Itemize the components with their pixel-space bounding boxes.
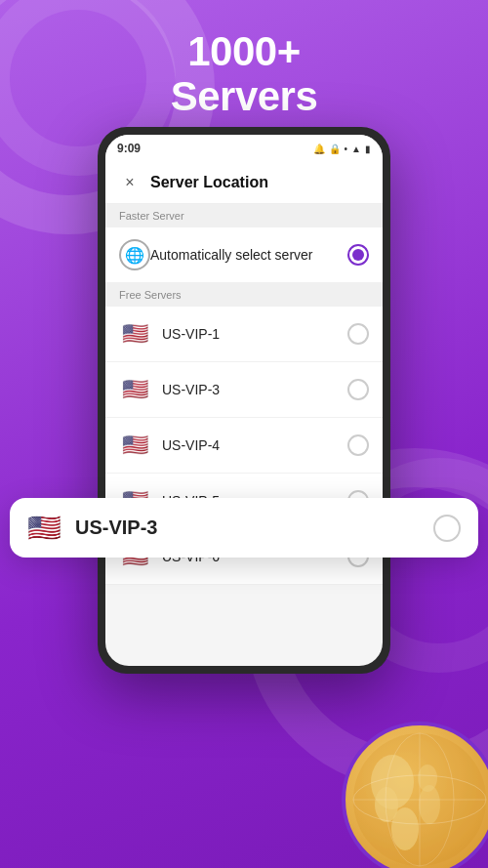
wifi-icon: ▲ bbox=[351, 144, 361, 154]
status-time: 9:09 bbox=[117, 142, 141, 155]
globe-decoration bbox=[342, 722, 488, 868]
radio-unselected-us-vip-4 bbox=[347, 434, 369, 456]
phone-screen: 9:09 🔔 🔒 • ▲ ▮ × Server Location Faster … bbox=[105, 135, 383, 666]
floating-flag-icon: 🇺🇸 bbox=[27, 512, 61, 544]
svg-point-5 bbox=[419, 785, 440, 824]
battery-icon: ▮ bbox=[365, 144, 371, 154]
radio-unselected-us-vip-1 bbox=[347, 323, 369, 345]
flag-icon-us-vip-3: 🇺🇸 bbox=[119, 374, 150, 405]
globe-svg bbox=[351, 731, 488, 868]
flag-icon-us-vip-1: 🇺🇸 bbox=[119, 318, 150, 350]
server-name-us-vip-3: US-VIP-3 bbox=[162, 382, 347, 397]
floating-server-name: US-VIP-3 bbox=[75, 517, 433, 539]
notification-icon: 🔔 bbox=[313, 144, 325, 154]
server-name-us-vip-4: US-VIP-4 bbox=[162, 437, 347, 453]
auto-select-label: Automatically select server bbox=[150, 247, 347, 263]
flag-icon-us-vip-4: 🇺🇸 bbox=[119, 430, 150, 461]
radio-unselected-us-vip-3 bbox=[347, 379, 369, 400]
free-servers-label: Free Servers bbox=[105, 283, 383, 307]
hero-line2: Servers bbox=[0, 74, 488, 119]
close-button[interactable]: × bbox=[119, 172, 141, 193]
close-icon: × bbox=[125, 174, 134, 191]
faster-server-label: Faster Server bbox=[105, 204, 383, 227]
floating-radio-unselected bbox=[433, 515, 461, 542]
phone-mockup: 9:09 🔔 🔒 • ▲ ▮ × Server Location Faster … bbox=[98, 127, 390, 674]
floating-server-row[interactable]: 🇺🇸 US-VIP-3 bbox=[10, 498, 478, 558]
svg-point-3 bbox=[391, 807, 419, 850]
status-bar: 9:09 🔔 🔒 • ▲ ▮ bbox=[105, 135, 383, 162]
lock-icon: 🔒 bbox=[329, 144, 341, 154]
server-name-us-vip-1: US-VIP-1 bbox=[162, 326, 347, 342]
status-icons: 🔔 🔒 • ▲ ▮ bbox=[313, 144, 371, 154]
radio-filled-dot bbox=[352, 249, 364, 261]
app-header: × Server Location bbox=[105, 162, 383, 204]
faster-server-list: 🌐 Automatically select server bbox=[105, 227, 383, 283]
server-item-us-vip-4[interactable]: 🇺🇸 US-VIP-4 bbox=[105, 418, 383, 474]
radio-selected bbox=[347, 244, 369, 266]
auto-select-icon: 🌐 bbox=[119, 239, 150, 270]
hero-line1: 1000+ bbox=[0, 29, 488, 74]
header-title: Server Location bbox=[150, 174, 268, 191]
hero-text: 1000+ Servers bbox=[0, 29, 488, 119]
server-item-us-vip-3[interactable]: 🇺🇸 US-VIP-3 bbox=[105, 362, 383, 418]
server-item-us-vip-1[interactable]: 🇺🇸 US-VIP-1 bbox=[105, 307, 383, 362]
server-item-auto[interactable]: 🌐 Automatically select server bbox=[105, 227, 383, 283]
dot-icon: • bbox=[345, 144, 348, 154]
